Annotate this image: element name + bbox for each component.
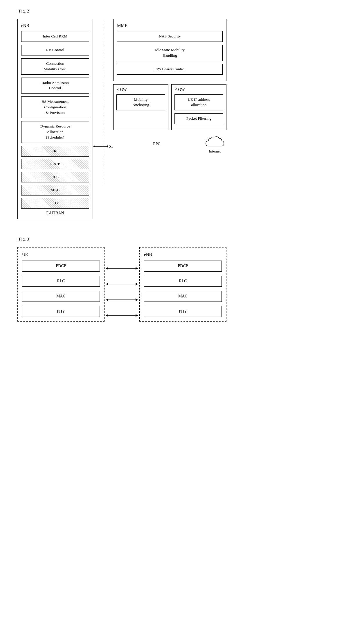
phy-arrow bbox=[106, 311, 138, 320]
mme-box: MME NAS Security Idle State MobilityHand… bbox=[113, 19, 226, 81]
dashed-line bbox=[103, 19, 103, 184]
pgw-label: P-GW bbox=[174, 87, 223, 92]
conn-mobility-box: ConnectionMobility Cont. bbox=[21, 58, 89, 75]
svg-marker-4 bbox=[136, 267, 138, 270]
s1-arrow-svg bbox=[93, 144, 108, 149]
enb3-mac-box: MAC bbox=[144, 291, 222, 302]
enb3-title: eNB bbox=[144, 252, 222, 257]
svg-marker-2 bbox=[93, 145, 95, 148]
enb-title: eNB bbox=[21, 23, 89, 28]
svg-marker-13 bbox=[136, 314, 138, 317]
fig3-diagram: UE PDCP RLC MAC PHY bbox=[17, 247, 343, 322]
mac-box: MAC bbox=[21, 185, 89, 195]
enb3-pdcp-box: PDCP bbox=[144, 261, 222, 272]
pdcp-arrow bbox=[106, 264, 138, 272]
pdcp-box: PDCP bbox=[21, 159, 89, 170]
eutran-label: E-UTRAN bbox=[21, 211, 89, 216]
fig3-arrows-area bbox=[105, 247, 139, 320]
ue-mac-box: MAC bbox=[22, 291, 100, 302]
s1-divider-area: S1 bbox=[93, 19, 113, 149]
mobility-anchoring-box: MobilityAnchoring bbox=[116, 94, 165, 111]
fig3-label: [Fig. 3] bbox=[17, 237, 343, 242]
enb3-box: eNB PDCP RLC MAC PHY bbox=[139, 247, 226, 322]
sgw-pgw-row: S-GW MobilityAnchoring P-GW UE IP addres… bbox=[113, 84, 226, 130]
bs-measurement-box: BS MeasurementConfiguration& Provision bbox=[21, 96, 89, 118]
svg-marker-7 bbox=[136, 283, 138, 286]
dynamic-resource-box: Dynamic ResourceAllocation(Scheduler) bbox=[21, 121, 89, 143]
svg-marker-11 bbox=[106, 298, 108, 301]
ue-rlc-box: RLC bbox=[22, 276, 100, 287]
rlc-arrow bbox=[106, 280, 138, 288]
fig2-label: [Fig. 2] bbox=[17, 9, 343, 14]
svg-marker-14 bbox=[106, 314, 108, 317]
ue-ip-box: UE IP addressallocation bbox=[174, 94, 223, 111]
radio-admission-box: Radio AdmissionControl bbox=[21, 78, 89, 94]
ue-phy-box: PHY bbox=[22, 306, 100, 317]
mac-arrow bbox=[106, 296, 138, 304]
epc-label: EPC bbox=[113, 142, 200, 146]
enb3-rlc-box: RLC bbox=[144, 276, 222, 287]
ue-title: UE bbox=[22, 252, 100, 257]
epc-section: MME NAS Security Idle State MobilityHand… bbox=[113, 19, 226, 154]
rlc-box: RLC bbox=[21, 172, 89, 182]
phy-box: PHY bbox=[21, 198, 89, 209]
fig2-diagram: eNB Inter Cell RRM RB Control Connection… bbox=[17, 19, 343, 219]
svg-marker-5 bbox=[106, 267, 108, 270]
enb3-phy-box: PHY bbox=[144, 306, 222, 317]
idle-state-box: Idle State MobilityHandling bbox=[117, 45, 223, 61]
nas-security-box: NAS Security bbox=[117, 31, 223, 42]
svg-marker-8 bbox=[106, 283, 108, 286]
ue-box: UE PDCP RLC MAC PHY bbox=[17, 247, 105, 322]
pgw-box: P-GW UE IP addressallocation Packet Filt… bbox=[171, 84, 226, 130]
svg-marker-1 bbox=[107, 145, 108, 148]
sgw-box: S-GW MobilityAnchoring bbox=[113, 84, 168, 130]
inter-cell-rrm-box: Inter Cell RRM bbox=[21, 31, 89, 42]
packet-filtering-box: Packet Filtering bbox=[174, 113, 223, 124]
rrc-box: RRC bbox=[21, 146, 89, 157]
svg-marker-10 bbox=[136, 298, 138, 301]
eps-bearer-box: EPS Bearer Control bbox=[117, 64, 223, 75]
mme-title: MME bbox=[117, 23, 223, 28]
internet-cloud: Internet bbox=[203, 134, 226, 154]
cloud-icon bbox=[203, 134, 226, 150]
epc-bottom-row: EPC Internet bbox=[113, 134, 226, 154]
sgw-label: S-GW bbox=[116, 87, 165, 92]
rb-control-box: RB Control bbox=[21, 45, 89, 55]
ue-pdcp-box: PDCP bbox=[22, 261, 100, 272]
enb-box: eNB Inter Cell RRM RB Control Connection… bbox=[17, 19, 93, 219]
s1-label: S1 bbox=[109, 144, 113, 149]
